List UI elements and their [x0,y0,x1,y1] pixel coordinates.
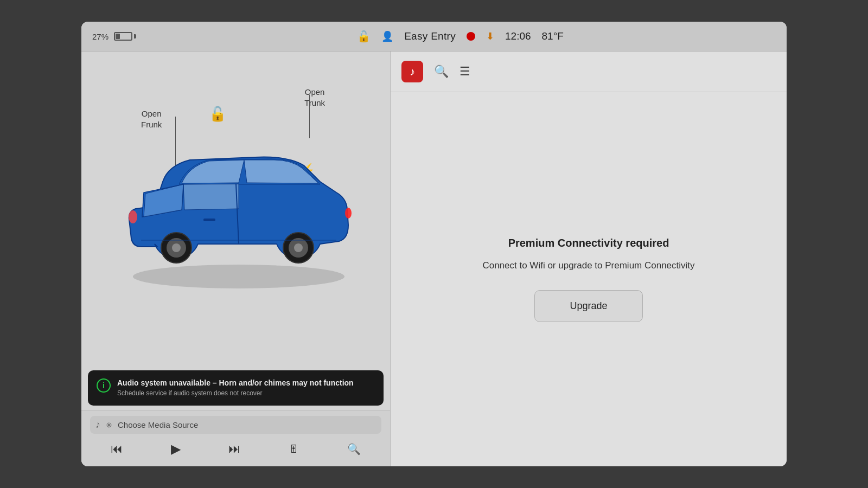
connectivity-title: Premium Connectivity required [508,237,669,249]
media-source-row[interactable]: ♪ ✳ Choose Media Source [90,416,381,434]
car-view-area: Open Frunk Open Trunk 🔓 ⚡ [81,52,390,366]
upgrade-button[interactable]: Upgrade [534,290,643,322]
svg-point-8 [129,210,137,223]
right-top-bar: ♪ 🔍 ☰ [391,52,787,92]
tesla-screen: 27% 🔓 👤 Easy Entry ⬇ 12:06 81°F [81,22,787,466]
open-trunk-button[interactable]: Open Trunk [304,87,325,108]
svg-rect-10 [203,219,215,221]
gear-star-icon: ✳ [106,421,112,429]
music-note-icon: ♪ [95,419,100,431]
svg-point-7 [294,243,303,252]
download-icon[interactable]: ⬇ [486,30,494,42]
battery-body [114,32,132,41]
menu-icon-button[interactable]: ☰ [459,65,470,79]
media-controls: ⏮ ▶ ⏭ 🎚 🔍 [90,437,381,461]
profile-icon: 👤 [381,30,393,42]
battery-percent: 27% [92,32,108,41]
music-app-button[interactable]: ♪ [401,61,423,82]
status-left: 27% [92,32,136,41]
media-bar: ♪ ✳ Choose Media Source ⏮ ▶ ⏭ 🎚 🔍 [81,410,390,466]
info-icon: i [97,378,111,393]
right-main-content: Premium Connectivity required Connect to… [391,92,787,466]
time-display: 12:06 [505,30,531,42]
left-panel: Open Frunk Open Trunk 🔓 ⚡ [81,52,391,466]
notification-text-area: Audio system unavailable – Horn and/or c… [117,378,375,398]
choose-media-text: Choose Media Source [118,420,198,429]
music-app-icon: ♪ [410,66,415,78]
notification-title: Audio system unavailable – Horn and/or c… [117,378,375,389]
equalizer-button[interactable]: 🎚 [284,441,304,458]
main-content: Open Frunk Open Trunk 🔓 ⚡ [81,52,787,466]
record-dot [467,32,475,41]
notification-subtitle: Schedule service if audio system does no… [117,389,375,398]
car-illustration [108,117,363,290]
easy-entry-label: Easy Entry [404,30,456,42]
search-icon-button[interactable]: 🔍 [434,65,449,79]
notification-banner: i Audio system unavailable – Horn and/or… [88,370,384,406]
battery-icon [114,32,136,41]
play-button[interactable]: ▶ [167,439,185,459]
lock-icon[interactable]: 🔓 [357,30,371,43]
skip-forward-button[interactable]: ⏭ [224,440,245,458]
temp-display: 81°F [542,30,564,42]
battery-fill [116,34,120,39]
battery-tip [134,34,136,38]
svg-point-9 [345,208,352,219]
status-bar: 27% 🔓 👤 Easy Entry ⬇ 12:06 81°F [81,22,787,52]
search-media-button[interactable]: 🔍 [343,440,365,458]
status-center: 🔓 👤 Easy Entry ⬇ 12:06 81°F [357,30,564,43]
svg-point-0 [133,265,344,288]
skip-back-button[interactable]: ⏮ [106,440,127,458]
connectivity-subtitle: Connect to Wifi or upgrade to Premium Co… [482,260,694,271]
right-panel: ♪ 🔍 ☰ Premium Connectivity required Conn… [391,52,787,466]
svg-point-4 [172,243,181,252]
